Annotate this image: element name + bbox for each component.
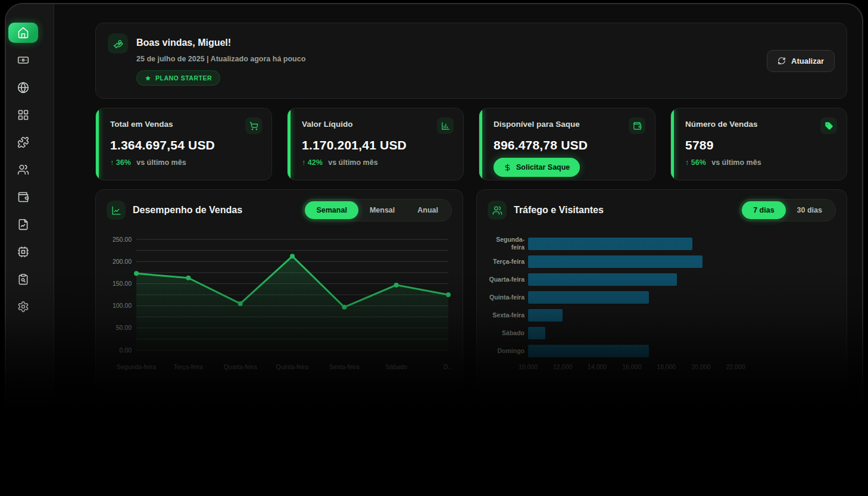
delta-note: vs último mês [328,158,377,167]
stat-value: 5789 [685,138,837,152]
hand-coins-icon [108,33,128,54]
sidebar-item-apps-grid[interactable] [8,105,38,125]
stat-delta: ↑ 42% vs último mês [302,158,454,167]
delta-note: vs último mês [711,158,761,167]
axis-tick-label: 22,000 [726,363,745,370]
cpu-icon [17,246,29,258]
sales-line-chart: 0.0050.00100.00150.00200.00250.00Segunda… [107,231,452,382]
welcome-card: Boas vindas, Miguel! 25 de julho de 2025… [95,23,847,99]
sidebar-item-cpu[interactable] [8,242,38,262]
users-group-icon [488,201,507,220]
sidebar-item-clipboard-search[interactable] [8,269,38,289]
plan-badge-label: PLANO STARTER [155,74,212,82]
stat-card-valor-liquido: Valor Líquido 1.170.201,41 USD ↑ 42% vs … [287,108,464,180]
tab-7-dias[interactable]: 7 dias [742,201,785,219]
stat-delta: ↑ 56% vs último mês [685,158,837,167]
svg-text:Quarta-feira: Quarta-feira [224,363,257,370]
axis-tick-label: 16,000 [622,363,641,370]
stat-card-numero-vendas: Número de Vendas 5789 ↑ 56% vs último mê… [670,108,847,180]
stat-delta: ↑ 36% vs último mês [110,158,262,167]
sidebar-item-settings[interactable] [8,297,38,317]
axis-tick-label: 14,000 [588,363,607,370]
tag-icon [820,117,837,134]
tab-mensal[interactable]: Mensal [358,201,406,219]
stat-value: 896.478,78 USD [494,138,645,152]
sidebar-item-wallet[interactable] [8,187,38,207]
bar-segment [528,309,563,322]
sidebar-item-home[interactable] [8,23,38,43]
svg-text:250.00: 250.00 [113,236,132,243]
svg-text:100.00: 100.00 [113,302,132,309]
delta-percent: ↑ 36% [110,158,131,167]
data-point [134,271,139,276]
data-point [238,301,243,306]
bar-segment [528,238,692,250]
sales-range-tabs: Semanal Mensal Anual [302,199,452,222]
welcome-body: Boas vindas, Miguel! 25 de julho de 2025… [136,33,305,86]
stat-card-disponivel-saque: Disponível para Saque 896.478,78 USD Sol… [479,108,655,180]
users-icon [17,164,29,176]
sidebar-item-globe[interactable] [8,77,38,98]
stat-label: Total em Vendas [110,117,173,129]
stat-value: 1.170.201,41 USD [302,138,454,152]
last-updated-text: 25 de julho de 2025 | Atualizado agora h… [136,55,305,63]
accent-stripe [288,108,291,180]
refresh-button[interactable]: Atualizar [767,50,835,72]
line-chart-icon [107,201,126,220]
delta-note: vs último mês [136,158,186,167]
tab-anual[interactable]: Anual [406,201,449,219]
axis-tick-label: 10,000 [519,363,538,370]
data-point [394,283,399,288]
wallet-icon [17,191,29,203]
traffic-visitors-panel: Tráfego e Visitantes 7 dias 30 dias Segu… [476,189,847,391]
data-point [290,254,295,258]
svg-text:Segunda-feira: Segunda-feira [117,363,156,370]
sidebar-item-banknote[interactable] [8,50,38,70]
request-withdraw-button[interactable]: Solicitar Saque [494,158,580,177]
bar-segment [528,327,545,339]
svg-text:Sexta-feira: Sexta-feira [329,363,360,370]
bar-row: Domingo [489,342,836,360]
settings-icon [17,301,29,313]
sidebar-item-users[interactable] [8,160,38,180]
svg-text:Terça-feira: Terça-feira [174,363,204,370]
data-point [446,292,451,297]
wallet-icon [629,117,645,134]
sidebar-item-file-chart[interactable] [8,214,38,235]
bar-category-label: Quarta-feira [489,276,524,283]
stat-label: Disponível para Saque [494,117,580,129]
sidebar-item-puzzle[interactable] [8,132,38,152]
bar-segment [528,291,649,304]
charts-row: Desempenho de Vendas Semanal Mensal Anua… [95,189,847,391]
tab-30-dias[interactable]: 30 dias [786,201,833,219]
stat-label: Número de Vendas [685,117,758,129]
cart-icon [245,117,262,134]
axis-tick-label: 18,000 [657,363,676,370]
stat-card-total-vendas: Total em Vendas 1.364.697,54 USD ↑ 36% v… [95,108,272,180]
delta-percent: ↑ 42% [302,158,323,167]
plan-badge: PLANO STARTER [136,70,220,86]
svg-text:50.00: 50.00 [116,324,132,331]
bar-row: Sexta-feira [489,306,836,324]
bar-row: Quinta-feira [489,288,836,306]
sidebar [6,4,54,485]
traffic-bar-chart: Segunda-feiraTerça-feiraQuarta-feiraQuin… [488,235,836,373]
bar-row: Terça-feira [489,252,836,270]
main-content: Boas vindas, Miguel! 25 de julho de 2025… [54,4,862,485]
bar-category-label: Quinta-feira [489,294,524,301]
svg-text:0.00: 0.00 [120,347,132,354]
clipboard-search-icon [17,273,29,285]
accent-stripe [479,108,482,180]
stat-label: Valor Líquido [302,117,353,129]
page-title: Boas vindas, Miguel! [136,33,305,48]
axis-tick-label: 20,000 [691,363,710,370]
bar-row: Quarta-feira [489,270,836,288]
home-icon [17,27,29,39]
bar-segment [528,345,649,357]
accent-stripe [96,108,99,180]
data-point [342,305,346,310]
refresh-button-label: Atualizar [791,57,824,65]
bar-segment [528,255,702,268]
tab-semanal[interactable]: Semanal [305,201,358,219]
bar-x-axis: 10,00012,00014,00016,00018,00020,00022,0… [528,363,836,373]
